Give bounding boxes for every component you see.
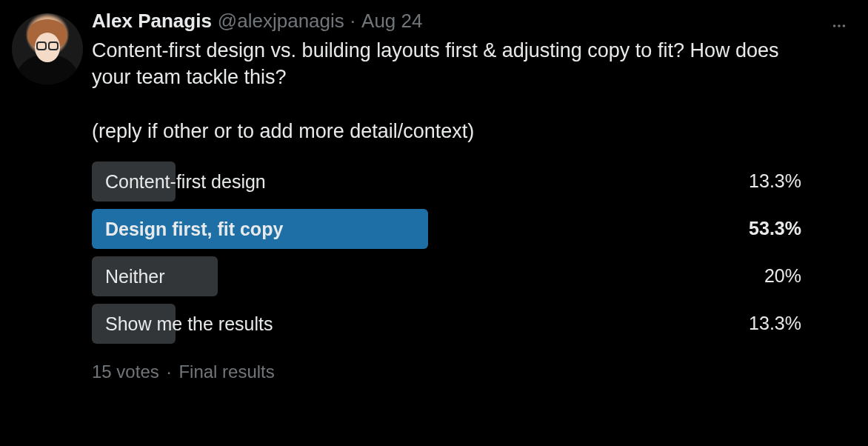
poll-option-pct: 53.3% <box>723 218 804 239</box>
avatar-column <box>12 9 83 382</box>
author-display-name[interactable]: Alex Panagis <box>92 9 212 34</box>
poll-bar-track: Content-first design <box>92 162 723 202</box>
poll-option[interactable]: Design first, fit copy 53.3% <box>92 209 804 249</box>
poll-option-pct: 20% <box>723 265 804 287</box>
more-icon[interactable] <box>828 15 850 37</box>
tweet-date[interactable]: Aug 24 <box>361 9 422 34</box>
tweet-text: Content-first design vs. building layout… <box>92 37 804 145</box>
poll-bar-track: Neither <box>92 256 723 296</box>
poll-votes: 15 votes <box>92 362 159 382</box>
poll-status: Final results <box>178 362 274 382</box>
tweet-header: Alex Panagis @alexjpanagis · Aug 24 <box>92 9 804 34</box>
poll-option-label: Show me the results <box>105 313 273 334</box>
tweet: Alex Panagis @alexjpanagis · Aug 24 Cont… <box>0 0 868 391</box>
author-handle[interactable]: @alexjpanagis <box>218 9 344 34</box>
poll-option-pct: 13.3% <box>723 170 804 192</box>
poll-option[interactable]: Neither 20% <box>92 256 804 296</box>
poll-option-label: Neither <box>105 265 165 287</box>
poll-option[interactable]: Content-first design 13.3% <box>92 162 804 202</box>
poll-footer-dot: · <box>167 362 172 382</box>
poll-option-label: Design first, fit copy <box>105 218 283 239</box>
svg-point-1 <box>838 24 841 27</box>
tweet-content: Alex Panagis @alexjpanagis · Aug 24 Cont… <box>92 9 819 382</box>
poll-option-pct: 13.3% <box>723 313 804 334</box>
svg-point-0 <box>833 24 836 27</box>
poll: Content-first design 13.3% Design first,… <box>92 162 804 382</box>
header-dot: · <box>350 9 355 34</box>
poll-option[interactable]: Show me the results 13.3% <box>92 304 804 344</box>
poll-bar-track: Show me the results <box>92 304 723 344</box>
svg-point-2 <box>843 24 846 27</box>
poll-footer: 15 votes · Final results <box>92 362 804 382</box>
tweet-actions <box>828 9 856 382</box>
poll-option-label: Content-first design <box>105 170 266 192</box>
avatar[interactable] <box>12 13 83 84</box>
poll-bar-track: Design first, fit copy <box>92 209 723 249</box>
